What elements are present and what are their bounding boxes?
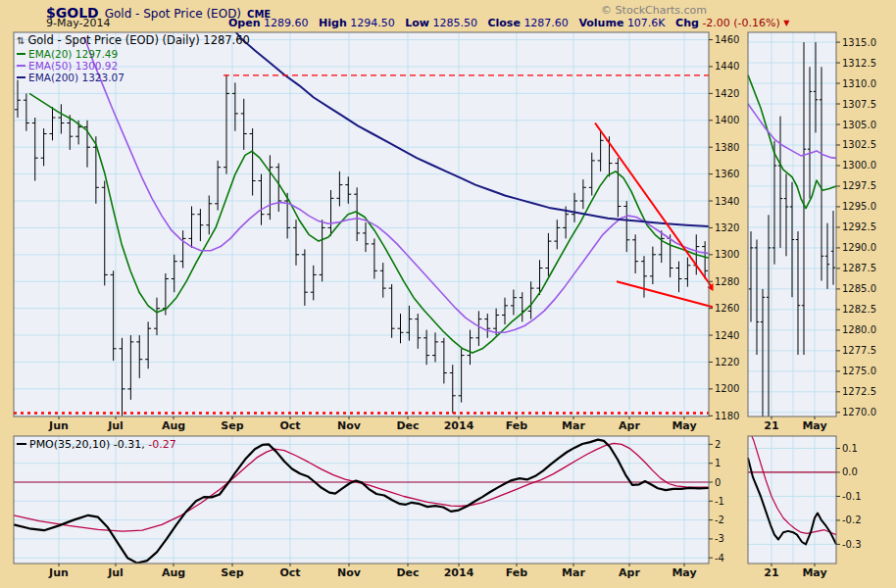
svg-text:1287.5: 1287.5 bbox=[842, 263, 876, 273]
svg-text:1380: 1380 bbox=[715, 142, 739, 153]
svg-text:1310.0: 1310.0 bbox=[842, 78, 876, 89]
price-legend-title-row: ⇅Gold - Spot Price (EOD) (Daily) 1287.60 bbox=[17, 34, 250, 47]
svg-text:1460: 1460 bbox=[715, 34, 739, 45]
svg-text:21: 21 bbox=[764, 419, 778, 432]
close-value: 1287.60 bbox=[523, 17, 569, 29]
svg-text:1305.0: 1305.0 bbox=[842, 120, 876, 130]
svg-text:1300: 1300 bbox=[715, 249, 739, 260]
svg-text:-0.1: -0.1 bbox=[842, 491, 862, 502]
svg-text:Jul: Jul bbox=[107, 566, 124, 579]
ema200-swatch-icon bbox=[17, 76, 25, 78]
svg-text:Mar: Mar bbox=[562, 419, 585, 432]
chg-label: Chg bbox=[675, 17, 699, 29]
svg-text:0.1: 0.1 bbox=[842, 443, 858, 454]
svg-text:0.0: 0.0 bbox=[842, 466, 858, 477]
svg-text:Dec: Dec bbox=[396, 419, 419, 432]
svg-text:May: May bbox=[672, 419, 696, 432]
svg-text:-1: -1 bbox=[715, 496, 724, 507]
svg-text:Mar: Mar bbox=[562, 566, 585, 579]
svg-text:1240: 1240 bbox=[715, 330, 739, 341]
svg-text:1300.0: 1300.0 bbox=[842, 160, 876, 171]
open-label: Open bbox=[228, 17, 261, 29]
svg-text:2014: 2014 bbox=[444, 419, 474, 432]
pmo-legend: PMO(35,20,10) -0.31, -0.27 bbox=[17, 438, 176, 451]
quote-bar: Open 1289.60 High 1294.50 Low 1285.50 Cl… bbox=[228, 17, 790, 29]
svg-text:1220: 1220 bbox=[715, 357, 739, 368]
ema50-legend: EMA(50) 1300.92 bbox=[17, 60, 250, 72]
svg-text:Sep: Sep bbox=[221, 419, 243, 432]
low-value: 1285.50 bbox=[432, 17, 477, 29]
ema20-legend: EMA(20) 1297.49 bbox=[17, 48, 250, 60]
svg-text:Sep: Sep bbox=[221, 566, 243, 579]
svg-text:Jun: Jun bbox=[48, 419, 69, 432]
gold-chart-canvas: 1460144014201400138013601340132013001280… bbox=[0, 0, 896, 588]
svg-text:Jun: Jun bbox=[48, 566, 69, 579]
svg-text:1295.0: 1295.0 bbox=[842, 201, 876, 212]
open-value: 1289.60 bbox=[264, 17, 309, 29]
svg-text:Jul: Jul bbox=[107, 419, 124, 432]
ema20-legend-label: EMA(20) 1297.49 bbox=[28, 48, 118, 60]
price-legend-title: Gold - Spot Price (EOD) (Daily) 1287.60 bbox=[27, 33, 250, 47]
ema50-swatch-icon bbox=[17, 65, 25, 67]
svg-text:Feb: Feb bbox=[506, 566, 528, 579]
svg-text:-0.3: -0.3 bbox=[842, 539, 862, 550]
svg-text:1275.0: 1275.0 bbox=[842, 366, 876, 376]
ema200-legend-label: EMA(200) 1323.07 bbox=[28, 72, 124, 83]
svg-text:-4: -4 bbox=[715, 553, 724, 564]
svg-text:1270.0: 1270.0 bbox=[842, 407, 876, 417]
svg-text:Aug: Aug bbox=[162, 566, 185, 579]
pmo-pane: 210-1-2-3-4JunJulAugSepOctNovDec2014FebM… bbox=[14, 436, 724, 579]
svg-text:2014: 2014 bbox=[444, 566, 474, 579]
pmo-swatch-icon bbox=[17, 443, 26, 445]
svg-text:1290.0: 1290.0 bbox=[842, 242, 876, 253]
svg-text:-0.2: -0.2 bbox=[842, 514, 862, 525]
svg-text:1282.5: 1282.5 bbox=[842, 304, 876, 315]
svg-text:1280: 1280 bbox=[715, 276, 739, 287]
instrument-title: Gold - Spot Price (EOD) bbox=[105, 7, 241, 21]
close-label: Close bbox=[487, 17, 520, 29]
svg-text:May: May bbox=[802, 566, 826, 579]
low-label: Low bbox=[405, 17, 429, 29]
svg-text:2: 2 bbox=[715, 439, 721, 450]
chg-down-arrow-icon: ▼ bbox=[783, 19, 789, 27]
svg-text:1200: 1200 bbox=[715, 383, 739, 394]
svg-text:1180: 1180 bbox=[715, 411, 739, 421]
stockcharts-gold-chart: { "header": { "symbol": "$GOLD", "title"… bbox=[0, 0, 896, 588]
svg-text:Dec: Dec bbox=[396, 566, 419, 579]
svg-text:1312.5: 1312.5 bbox=[842, 58, 876, 69]
price-legend: ⇅Gold - Spot Price (EOD) (Daily) 1287.60… bbox=[17, 34, 250, 83]
pmo-legend-label: PMO(35,20,10) -0.31, bbox=[29, 438, 145, 451]
svg-text:1277.5: 1277.5 bbox=[842, 345, 876, 356]
svg-text:1315.0: 1315.0 bbox=[842, 37, 876, 48]
svg-text:Aug: Aug bbox=[162, 419, 185, 432]
high-label: High bbox=[319, 17, 347, 29]
svg-text:1260: 1260 bbox=[715, 303, 739, 314]
svg-text:1400: 1400 bbox=[715, 115, 739, 125]
svg-text:Apr: Apr bbox=[619, 566, 640, 579]
svg-text:Nov: Nov bbox=[337, 419, 362, 432]
svg-text:1285.0: 1285.0 bbox=[842, 283, 876, 294]
svg-text:1302.5: 1302.5 bbox=[842, 139, 876, 150]
chart-date: 9-May-2014 bbox=[46, 17, 110, 29]
svg-text:1320: 1320 bbox=[715, 222, 739, 233]
ema50-legend-label: EMA(50) 1300.92 bbox=[28, 60, 118, 72]
svg-text:0: 0 bbox=[715, 477, 721, 488]
svg-text:1292.5: 1292.5 bbox=[842, 221, 876, 232]
svg-text:Oct: Oct bbox=[279, 419, 300, 432]
pmo-signal-value: -0.27 bbox=[145, 438, 176, 451]
ema200-legend: EMA(200) 1323.07 bbox=[17, 72, 250, 83]
svg-text:Oct: Oct bbox=[279, 566, 300, 579]
price-pane: 1460144014201400138013601340132013001280… bbox=[14, 29, 739, 432]
svg-text:Nov: Nov bbox=[337, 566, 362, 579]
svg-text:1280.0: 1280.0 bbox=[842, 324, 876, 335]
svg-text:-3: -3 bbox=[715, 533, 724, 544]
ema20-swatch-icon bbox=[17, 53, 25, 55]
svg-text:1360: 1360 bbox=[715, 169, 739, 179]
pmo_zoom-pane: 0.10.0-0.1-0.2-0.321May bbox=[748, 427, 862, 580]
svg-text:1440: 1440 bbox=[715, 61, 739, 72]
copyright-link[interactable]: © StockCharts.com bbox=[601, 4, 707, 17]
svg-text:1340: 1340 bbox=[715, 196, 739, 207]
svg-text:1307.5: 1307.5 bbox=[842, 99, 876, 110]
svg-text:1420: 1420 bbox=[715, 88, 739, 99]
svg-text:1297.5: 1297.5 bbox=[842, 180, 876, 191]
